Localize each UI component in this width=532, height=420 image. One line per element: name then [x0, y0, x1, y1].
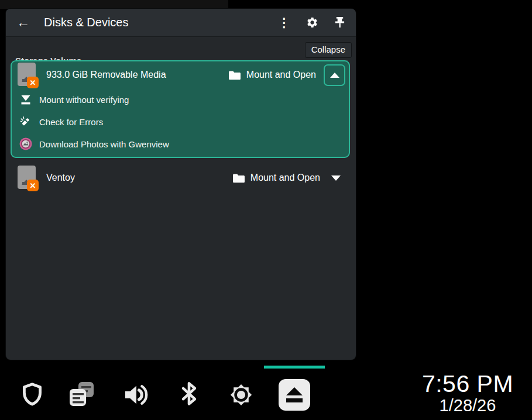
menu-item-label: Download Photos with Gwenview	[39, 139, 169, 149]
overflow-menu-icon[interactable]: ⋮	[278, 16, 290, 29]
pin-icon[interactable]	[334, 16, 345, 29]
menu-item-label: Check for Errors	[39, 117, 103, 127]
device-name: 933.0 GiB Removable Media	[46, 70, 228, 80]
device-row-ventoy[interactable]: ✕ Ventoy Mount and Open	[11, 164, 350, 191]
background-window-edge	[0, 0, 228, 9]
chevron-up-icon	[330, 73, 339, 78]
folder-icon	[228, 70, 241, 80]
error-badge-icon: ✕	[27, 77, 39, 88]
page-title: Disks & Devices	[44, 16, 278, 29]
collapse-tooltip: Collapse	[305, 42, 352, 58]
device-row[interactable]: ✕ 933.0 GiB Removable Media Mount and Op…	[12, 61, 349, 88]
collapse-button[interactable]	[324, 64, 345, 86]
clipboard-tray-icon[interactable]	[68, 380, 95, 410]
removable-drive-icon: ✕	[18, 63, 37, 87]
active-indicator	[264, 366, 325, 369]
removable-drive-icon: ✕	[18, 166, 37, 190]
check-errors-icon	[19, 116, 32, 128]
configure-icon[interactable]	[306, 16, 318, 29]
clock-time: 7:56 PM	[411, 371, 524, 397]
device-name: Ventoy	[46, 173, 232, 183]
clock-date: 1/28/26	[411, 397, 524, 415]
error-badge-icon: ✕	[27, 180, 39, 191]
volume-tray-icon[interactable]	[122, 381, 151, 411]
popup-header: ← Disks & Devices ⋮	[6, 9, 356, 37]
menu-item-label: Mount without verifying	[39, 95, 129, 105]
system-tray: 100 7:56 PM 1/28/26	[0, 363, 532, 420]
folder-icon	[232, 173, 245, 183]
eject-tray-icon[interactable]	[279, 379, 310, 411]
clock[interactable]: 7:56 PM 1/28/26	[411, 371, 524, 415]
brightness-tray-icon[interactable]	[227, 381, 255, 411]
gwenview-icon	[19, 137, 32, 150]
mount-icon	[19, 94, 32, 105]
shield-tray-icon[interactable]	[19, 381, 45, 409]
menu-item-download-photos-gwenview[interactable]: Download Photos with Gwenview	[12, 133, 349, 155]
bluetooth-tray-icon[interactable]	[176, 381, 202, 409]
device-card-removable-media: ✕ 933.0 GiB Removable Media Mount and Op…	[11, 60, 350, 158]
mount-and-open-action[interactable]: Mount and Open	[246, 70, 316, 80]
chevron-down-icon[interactable]	[331, 175, 341, 181]
mount-and-open-action[interactable]: Mount and Open	[250, 173, 320, 183]
back-icon[interactable]: ←	[16, 16, 30, 29]
disks-devices-popup: ← Disks & Devices ⋮ Storage Volume Colla…	[6, 9, 356, 360]
eject-tray-cell[interactable]	[264, 363, 325, 420]
menu-item-mount-without-verifying[interactable]: Mount without verifying	[12, 88, 349, 111]
menu-item-check-for-errors[interactable]: Check for Errors	[12, 111, 349, 133]
